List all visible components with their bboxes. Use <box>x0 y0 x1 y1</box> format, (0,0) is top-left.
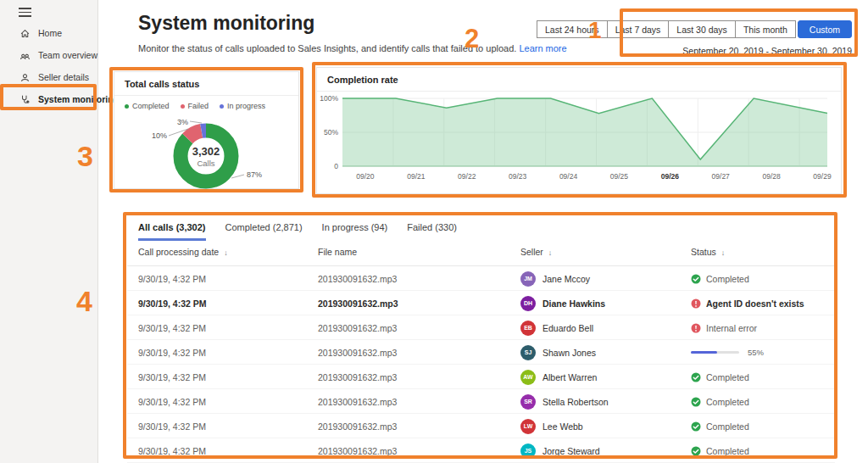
status-label: Completed <box>706 274 749 284</box>
sidebar-item-team-overview[interactable]: Team overview <box>0 44 97 66</box>
cell-call-processing-date: 9/30/19, 4:32 PM <box>138 389 206 414</box>
calls-tabs: All calls (3,302)Completed (2,871)In pro… <box>138 222 457 241</box>
range-button-last-7-days[interactable]: Last 7 days <box>607 20 670 38</box>
status-label: Completed <box>706 372 749 382</box>
legend-item-completed: Completed <box>125 102 170 110</box>
svg-text:09/22: 09/22 <box>458 172 476 181</box>
cell-seller: SRStella Robertson <box>520 389 609 414</box>
error-icon <box>691 323 701 333</box>
column-header-seller[interactable]: Seller↓ <box>520 247 552 257</box>
legend-dot <box>125 104 129 109</box>
subtitle-text: Monitor the status of calls uploaded to … <box>138 43 516 53</box>
sidebar-item-home[interactable]: Home <box>0 22 97 44</box>
svg-text:09/21: 09/21 <box>407 172 426 181</box>
table-row[interactable]: 9/30/19, 4:32 PM201930091632.mp3SRStella… <box>127 389 835 414</box>
cell-call-processing-date: 9/30/19, 4:32 PM <box>138 340 206 365</box>
column-header-status[interactable]: Status↓ <box>691 247 725 257</box>
table-header-row: Call processing date↓File nameSeller↓Sta… <box>127 247 835 266</box>
seller-name: Albert Warren <box>542 372 597 382</box>
legend-item-in-progress: In progress <box>220 102 265 110</box>
table-row[interactable]: 9/30/19, 4:32 PM201930091632.mp3JSJorge … <box>127 438 835 463</box>
range-button-custom[interactable]: Custom <box>798 20 852 38</box>
seller-name: Shawn Jones <box>542 348 596 358</box>
table-row[interactable]: 9/30/19, 4:32 PM201930091632.mp3DHDiane … <box>127 291 835 315</box>
donut-card-title: Total calls status <box>114 72 298 95</box>
completion-rate-card: Completion rate 100%50%009/2009/2109/220… <box>316 67 842 194</box>
calls-table-card: All calls (3,302)Completed (2,871)In pro… <box>127 215 835 463</box>
table-row[interactable]: 9/30/19, 4:32 PM201930091632.mp3AWAlbert… <box>127 365 835 389</box>
tab-in-progress-94-[interactable]: In progress (94) <box>322 222 388 241</box>
seller-name: Diane Hawkins <box>542 298 605 309</box>
range-button-last-30-days[interactable]: Last 30 days <box>668 20 736 38</box>
completed-check-icon <box>691 372 701 382</box>
svg-text:09/28: 09/28 <box>762 172 781 181</box>
sidebar-item-label: Team overview <box>38 50 97 60</box>
progress-percent: 55% <box>748 348 764 357</box>
cell-seller: EBEduardo Bell <box>520 315 593 340</box>
legend-item-failed: Failed <box>181 102 209 110</box>
avatar: LW <box>520 419 536 434</box>
seller-name: Jorge Steward <box>542 446 600 456</box>
cell-seller: LWLee Webb <box>520 414 583 438</box>
svg-text:09/23: 09/23 <box>509 172 527 181</box>
svg-text:09/20: 09/20 <box>356 172 375 181</box>
seller-name: Stella Robertson <box>542 397 609 407</box>
cell-seller: DHDiane Hawkins <box>520 291 605 315</box>
seller-name: Jane Mccoy <box>542 274 590 284</box>
avatar: AW <box>520 370 536 385</box>
sidebar-item-seller-details[interactable]: Seller details <box>0 66 97 88</box>
completion-card-title: Completion rate <box>317 68 841 91</box>
cell-file-name: 201930091632.mp3 <box>318 438 397 463</box>
progress-bar <box>691 351 739 354</box>
completed-check-icon <box>691 274 701 284</box>
cell-status: Completed <box>691 414 749 438</box>
table-row[interactable]: 9/30/19, 4:32 PM201930091632.mp3LWLee We… <box>127 414 835 438</box>
tab-completed-2-871-[interactable]: Completed (2,871) <box>225 222 303 241</box>
svg-text:50%: 50% <box>324 128 338 137</box>
svg-text:Calls: Calls <box>197 159 214 168</box>
cell-status: Completed <box>691 365 749 389</box>
cell-file-name: 201930091632.mp3 <box>318 291 398 315</box>
learn-more-link[interactable]: Learn more <box>519 43 566 53</box>
sort-descending-icon: ↓ <box>721 248 726 257</box>
status-label: Agent ID doesn't exists <box>706 298 804 309</box>
cell-status: Agent ID doesn't exists <box>691 291 804 315</box>
svg-text:09/27: 09/27 <box>712 172 731 181</box>
cell-call-processing-date: 9/30/19, 4:32 PM <box>138 291 207 315</box>
table-row[interactable]: 9/30/19, 4:32 PM201930091632.mp3EBEduard… <box>127 315 835 340</box>
svg-text:10%: 10% <box>152 131 167 140</box>
legend-label: In progress <box>227 102 265 110</box>
date-range-text: September 20, 2019 - September 30, 2019 <box>682 46 852 56</box>
tab-failed-330-[interactable]: Failed (330) <box>407 222 457 241</box>
avatar: SR <box>520 394 536 410</box>
cell-file-name: 201930091632.mp3 <box>318 315 397 340</box>
avatar: EB <box>520 321 536 336</box>
svg-text:0: 0 <box>334 162 338 170</box>
cell-status: 55% <box>691 340 764 365</box>
tab-all-calls-3-302-[interactable]: All calls (3,302) <box>138 222 206 241</box>
sidebar-item-label: System monitoring <box>38 94 119 104</box>
cell-seller: JMJane Mccoy <box>520 266 590 291</box>
svg-text:09/25: 09/25 <box>610 172 629 181</box>
column-header-call-processing-date[interactable]: Call processing date↓ <box>138 247 228 257</box>
svg-text:87%: 87% <box>247 170 262 179</box>
cell-call-processing-date: 9/30/19, 4:32 PM <box>138 414 206 438</box>
avatar: SJ <box>520 345 536 360</box>
donut-legend: CompletedFailedIn progress <box>114 96 298 110</box>
column-header-file-name[interactable]: File name <box>318 247 357 257</box>
sidebar: HomeTeam overviewSeller detailsSystem mo… <box>0 0 98 463</box>
cell-call-processing-date: 9/30/19, 4:32 PM <box>138 266 206 291</box>
team-icon <box>19 50 31 61</box>
sidebar-item-system-monitoring[interactable]: System monitoring <box>0 88 97 110</box>
completion-rate-area-chart: 100%50%009/2009/2109/2209/2309/2409/2509… <box>317 92 836 188</box>
cell-status: Completed <box>691 438 749 463</box>
hamburger-menu-icon[interactable] <box>19 8 31 17</box>
table-row[interactable]: 9/30/19, 4:32 PM201930091632.mp3JMJane M… <box>127 266 835 291</box>
legend-dot <box>220 104 224 109</box>
stethoscope-icon <box>19 94 31 105</box>
table-row[interactable]: 9/30/19, 4:32 PM201930091632.mp3SJShawn … <box>127 340 835 365</box>
cell-call-processing-date: 9/30/19, 4:32 PM <box>138 365 206 389</box>
range-button-this-month[interactable]: This month <box>735 20 796 38</box>
range-button-last-24-hours[interactable]: Last 24 hours <box>537 20 608 38</box>
sidebar-item-label: Seller details <box>38 72 89 82</box>
